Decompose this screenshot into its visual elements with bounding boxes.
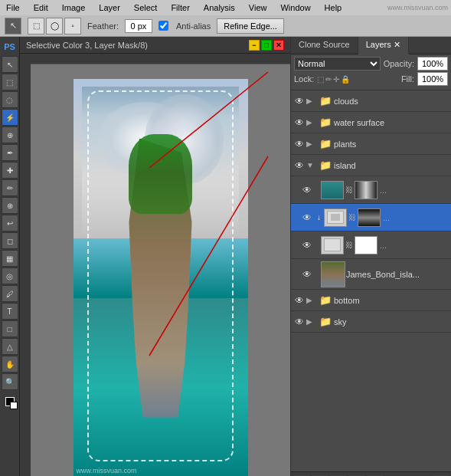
thumb-adj2-left (324, 208, 347, 227)
lock-all-icon[interactable]: 🔒 (341, 75, 350, 84)
feather-input[interactable] (125, 19, 152, 33)
layer-item-water[interactable]: 👁 ▶ 📁 water surface (291, 112, 451, 133)
layer-item-adj2[interactable]: 👁 ↓ ⛓ ... (291, 204, 451, 231)
clone-tool[interactable]: ⊕ (2, 197, 18, 214)
dodge-tool[interactable]: ◎ (2, 268, 18, 284)
lock-paint-icon[interactable]: ✏ (325, 75, 332, 84)
more-adj1[interactable]: ... (380, 185, 387, 195)
menu-bar: File Edit Image Layer Select Filter Anal… (0, 0, 451, 15)
text-tool[interactable]: T (2, 303, 18, 320)
eye-bottom[interactable]: 👁 (292, 294, 306, 307)
ps-logo: PS (2, 38, 18, 55)
brush-tool[interactable]: ✏ (2, 179, 18, 196)
panel-footer: ⇦ fx ◉ ▭ + 🗑 (291, 471, 451, 476)
zoom-tool[interactable]: 🔍 (2, 373, 18, 390)
chain-adj3: ⛓ (345, 241, 353, 249)
layer-item-plants[interactable]: 👁 ▶ 📁 plants (291, 133, 451, 155)
eyedropper-tool[interactable]: ✒ (2, 144, 18, 161)
layer-item-bottom[interactable]: 👁 ▶ 📁 bottom (291, 290, 451, 311)
canvas-content[interactable]: www.missvuan.com (31, 64, 290, 476)
heal-tool[interactable]: ✚ (2, 162, 18, 179)
move-tool[interactable]: ↖ (2, 56, 18, 73)
crop-tool[interactable]: ⊕ (2, 126, 18, 143)
layer-item-jbond[interactable]: 👁 James_Bond_isla... (291, 259, 451, 290)
antialias-checkbox[interactable] (159, 21, 168, 31)
marquee-rect-btn[interactable]: ⬚ (28, 18, 44, 34)
marquee-lasso-btn[interactable]: ◦ (64, 18, 81, 34)
main-layout: PS ↖ ⬚ ◌ ⚡ ⊕ ✒ ✚ ✏ ⊕ ↩ ◻ ▦ ◎ 🖊 T □ △ ✋ 🔍… (0, 37, 451, 476)
expand-clouds[interactable]: ▶ (306, 97, 317, 105)
folder-icon-sky: 📁 (319, 315, 332, 329)
eye-jbond[interactable]: 👁 (300, 268, 314, 281)
eye-sky[interactable]: 👁 (292, 315, 306, 329)
expand-island[interactable]: ▼ (306, 161, 317, 169)
menu-image[interactable]: Image (59, 2, 89, 13)
layer-item-clouds[interactable]: 👁 ▶ 📁 clouds (291, 90, 451, 112)
chain-adj2: ⛓ (348, 213, 356, 222)
ruler-vertical (20, 64, 31, 476)
eye-water[interactable]: 👁 (292, 116, 306, 130)
layer-item-sky[interactable]: 👁 ▶ 📁 sky (291, 311, 451, 333)
opacity-input[interactable] (417, 57, 448, 71)
minimize-btn[interactable]: − (249, 40, 260, 51)
eye-clouds[interactable]: 👁 (292, 94, 306, 108)
expand-water[interactable]: ▶ (306, 118, 317, 126)
layers-list[interactable]: 👁 ▶ 📁 clouds 👁 ▶ 📁 water surface 👁 ▶ 📁 p… (291, 90, 451, 471)
marquee-tool[interactable]: ⬚ (2, 74, 18, 90)
eye-plants[interactable]: 👁 (292, 137, 306, 151)
right-panel: Clone Source Layers ✕ Normal Multiply Sc… (290, 37, 451, 476)
eye-adj1[interactable]: 👁 (300, 183, 314, 197)
fill-input[interactable] (417, 72, 448, 86)
magic-wand-tool[interactable]: ⚡ (2, 109, 18, 126)
path-tool[interactable]: □ (2, 320, 18, 337)
canvas-area: Selective Color 3, Layer Mask/8) − □ ✕ (20, 37, 290, 476)
fg-bg-colors[interactable] (2, 394, 18, 409)
tool-selector[interactable]: ↖ (5, 18, 21, 34)
lasso-tool[interactable]: ◌ (2, 91, 18, 108)
layer-item-adj3[interactable]: 👁 ⛓ ... (291, 231, 451, 259)
marquee-circle-btn[interactable]: ◯ (46, 18, 63, 34)
menu-layer[interactable]: Layer (96, 2, 123, 13)
antialias-label: Anti-alias (176, 21, 211, 31)
pen-tool[interactable]: 🖊 (2, 285, 18, 302)
menu-analysis[interactable]: Analysis (201, 2, 238, 13)
eye-adj2[interactable]: 👁 (300, 211, 314, 225)
eye-island[interactable]: 👁 (292, 159, 306, 172)
maximize-btn[interactable]: □ (261, 40, 272, 51)
history-tool[interactable]: ↩ (2, 215, 18, 231)
menu-filter[interactable]: Filter (168, 2, 192, 13)
layer-item-island[interactable]: 👁 ▼ 📁 island (291, 155, 451, 176)
tab-clone-source[interactable]: Clone Source (291, 37, 358, 54)
expand-plants[interactable]: ▶ (306, 140, 317, 148)
hand-tool[interactable]: ✋ (2, 356, 18, 373)
tab-layers[interactable]: Layers ✕ (358, 37, 409, 54)
menu-help[interactable]: Help (322, 2, 345, 13)
more-adj3[interactable]: ... (380, 241, 387, 250)
expand-bottom[interactable]: ▶ (306, 296, 317, 304)
opacity-label: Opacity: (384, 59, 414, 68)
refine-edge-btn[interactable]: Refine Edge... (217, 18, 284, 34)
layer-item-adj1[interactable]: 👁 ⛓ ... (291, 176, 451, 204)
menu-edit[interactable]: Edit (31, 2, 51, 13)
folder-icon-water: 📁 (319, 116, 332, 130)
chain-adj1: ⛓ (345, 185, 353, 194)
folder-icon-bottom: 📁 (319, 294, 332, 307)
blend-mode-select[interactable]: Normal Multiply Screen (294, 57, 381, 71)
more-adj2[interactable]: ... (383, 213, 390, 222)
menu-view[interactable]: View (246, 2, 270, 13)
lock-label: Lock: (294, 74, 314, 84)
menu-file[interactable]: File (3, 2, 23, 13)
expand-sky[interactable]: ▶ (306, 317, 317, 326)
close-btn[interactable]: ✕ (273, 40, 284, 51)
shape-tool[interactable]: △ (2, 338, 18, 355)
gradient-tool[interactable]: ▦ (2, 250, 18, 267)
eraser-tool[interactable]: ◻ (2, 232, 18, 249)
menu-select[interactable]: Select (131, 2, 161, 13)
lock-move-icon[interactable]: ✛ (333, 75, 339, 84)
menu-window[interactable]: Window (277, 2, 313, 13)
watermark-canvas: www.missvuan.com (77, 467, 137, 474)
lock-transparent-icon[interactable]: ⬚ (317, 75, 324, 84)
eye-adj3[interactable]: 👁 (300, 238, 314, 252)
layer-controls: Normal Multiply Screen Opacity: Lock: ⬚ … (291, 54, 451, 90)
folder-icon-plants: 📁 (319, 137, 332, 151)
